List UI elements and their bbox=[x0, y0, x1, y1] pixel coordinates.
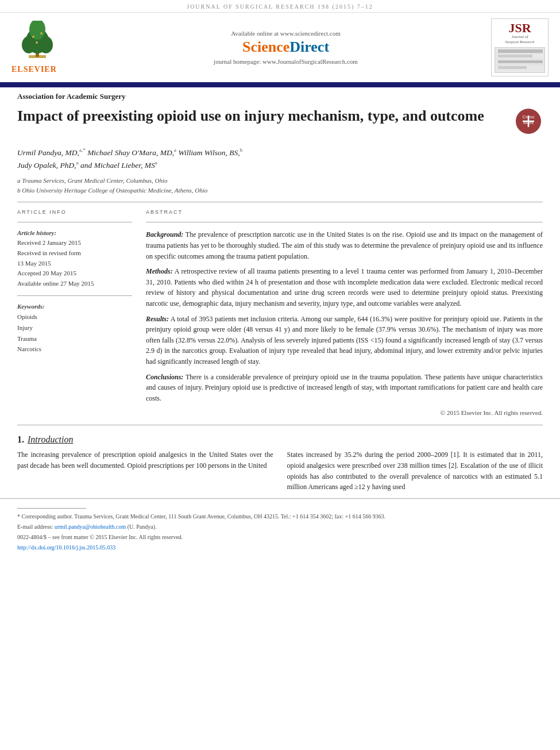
conclusions-text: There is a considerable prevalence of pr… bbox=[146, 373, 543, 402]
abstract-results: Results: A total of 3953 patients met in… bbox=[146, 314, 543, 367]
svg-point-6 bbox=[32, 36, 34, 38]
article-title: Impact of preexisting opioid use on inju… bbox=[17, 107, 505, 126]
divider-abstract bbox=[146, 222, 543, 222]
divider-article-info bbox=[17, 222, 132, 222]
author-wilson: William Wilson, BS, bbox=[178, 148, 240, 157]
results-text: A total of 3953 patients met inclusion c… bbox=[146, 315, 543, 366]
main-content: Impact of preexisting opioid use on inju… bbox=[0, 107, 560, 449]
revised-date: 13 May 2015 bbox=[17, 259, 132, 269]
article-info-label: ARTICLE INFO bbox=[17, 209, 132, 215]
copyright-line: © 2015 Elsevier Inc. All rights reserved… bbox=[146, 408, 543, 418]
revised-label: Received in revised form bbox=[17, 248, 132, 259]
abstract-text: Background: The prevalence of prescripti… bbox=[146, 229, 543, 418]
journal-bar: JOURNAL OF SURGICAL RESEARCH 198 (2015) … bbox=[0, 0, 560, 13]
jsr-title: JSR bbox=[495, 22, 545, 34]
author-opalek: Judy Opalek, PhD, bbox=[17, 161, 76, 170]
author-lieber-sup: a bbox=[155, 160, 157, 166]
svg-point-3 bbox=[22, 36, 36, 53]
intro-right-text: States increased by 35.2% during the per… bbox=[287, 449, 543, 492]
association-header: Association for Academic Surgery bbox=[0, 87, 560, 101]
svg-rect-15 bbox=[498, 60, 543, 63]
footnote-asterisk: * Corresponding author. Trauma Services,… bbox=[17, 512, 543, 521]
received-date: Received 2 January 2015 bbox=[17, 238, 132, 248]
bottom-two-col: The increasing prevalence of prescriptio… bbox=[0, 449, 560, 492]
jsr-subtitle: Journal ofSurgical Research bbox=[495, 34, 545, 45]
affiliations: a Trauma Services, Grant Medical Center,… bbox=[17, 176, 543, 195]
header-center: Available online at www.sciencedirect.co… bbox=[103, 30, 468, 65]
svg-rect-16 bbox=[498, 66, 527, 69]
introduction-section: 1. Introduction bbox=[17, 434, 543, 449]
footnote-doi: http://dx.doi.org/10.1016/j.jss.2015.05.… bbox=[17, 543, 543, 552]
methods-label: Methods: bbox=[146, 267, 173, 275]
affiliation-b: b Ohio University Heritage College of Os… bbox=[17, 186, 543, 195]
svg-point-8 bbox=[36, 41, 38, 44]
background-label: Background: bbox=[146, 230, 183, 239]
email-note: (U. Pandya). bbox=[128, 524, 157, 530]
email-link[interactable]: urmil.pandya@ohiohealth.com bbox=[55, 524, 126, 530]
abstract-label: ABSTRACT bbox=[146, 209, 543, 215]
available-online-text: Available online at www.sciencedirect.co… bbox=[115, 30, 457, 37]
crossmark: Cross Mark bbox=[514, 107, 543, 138]
results-label: Results: bbox=[146, 315, 169, 323]
keyword-narcotics: Narcotics bbox=[17, 344, 132, 355]
crossmark-icon: Cross Mark bbox=[514, 107, 543, 136]
footer-area: * Corresponding author. Trauma Services,… bbox=[0, 498, 560, 559]
article-info-abstract: ARTICLE INFO Article history: Received 2… bbox=[17, 209, 543, 418]
svg-point-4 bbox=[39, 36, 53, 53]
header-left: ELSEVIER bbox=[11, 21, 103, 74]
footnote-license: 0022-4804/$ – see front matter © 2015 El… bbox=[17, 533, 543, 541]
methods-text: A retrospective review of all trauma pat… bbox=[146, 267, 543, 307]
keyword-opioids: Opioids bbox=[17, 311, 132, 322]
email-label: E-mail address: bbox=[17, 524, 53, 530]
author-lieber: and Michael Lieber, MS bbox=[80, 161, 155, 170]
author-omara: Michael Shay O'Mara, MD, bbox=[87, 148, 174, 157]
history-label: Article history: bbox=[17, 229, 132, 236]
authors: Urmil Pandya, MD,a,* Michael Shay O'Mara… bbox=[17, 146, 543, 171]
author-omara-sup: a bbox=[174, 147, 176, 153]
intro-number: 1. bbox=[17, 434, 24, 445]
keyword-trauma: Trauma bbox=[17, 333, 132, 344]
divider-keywords bbox=[17, 295, 132, 296]
intro-right-col: States increased by 35.2% during the per… bbox=[287, 449, 543, 492]
divider-2 bbox=[17, 425, 543, 425]
abstract-methods: Methods: A retrospective review of all t… bbox=[146, 266, 543, 309]
intro-heading: 1. Introduction bbox=[17, 434, 543, 449]
footnote-email: E-mail address: urmil.pandya@ohiohealth.… bbox=[17, 522, 543, 531]
article-title-area: Impact of preexisting opioid use on inju… bbox=[17, 107, 543, 138]
journal-homepage-text: journal homepage: www.JournalofSurgicalR… bbox=[115, 58, 457, 65]
svg-rect-14 bbox=[498, 55, 532, 57]
association-name: Association for Academic Surgery bbox=[17, 92, 126, 101]
header-area: ELSEVIER Available online at www.science… bbox=[0, 13, 560, 84]
available-online: Available online 27 May 2015 bbox=[17, 279, 132, 289]
sciencedirect-logo: ScienceDirect bbox=[115, 39, 457, 56]
author-pandya: Urmil Pandya, MD, bbox=[17, 148, 79, 157]
intro-left-col: The increasing prevalence of prescriptio… bbox=[17, 449, 273, 492]
divider-1 bbox=[17, 202, 543, 202]
license-text: 0022-4804/$ – see front matter © 2015 El… bbox=[17, 534, 183, 540]
abstract-background: Background: The prevalence of prescripti… bbox=[146, 229, 543, 261]
abstract-column: ABSTRACT Background: The prevalence of p… bbox=[146, 209, 543, 418]
article-info-column: ARTICLE INFO Article history: Received 2… bbox=[17, 209, 132, 418]
abstract-conclusions: Conclusions: There is a considerable pre… bbox=[146, 372, 543, 404]
intro-title: Introduction bbox=[28, 434, 73, 445]
accepted-date: Accepted 20 May 2015 bbox=[17, 268, 132, 279]
svg-point-7 bbox=[40, 32, 43, 34]
author-opalek-sup: a bbox=[76, 160, 79, 166]
jsr-cover-image bbox=[495, 47, 545, 73]
author-wilson-sup: b bbox=[240, 147, 243, 153]
elsevier-logo: ELSEVIER bbox=[11, 21, 103, 74]
journal-bar-text: JOURNAL OF SURGICAL RESEARCH 198 (2015) … bbox=[187, 3, 373, 10]
keywords-label: Keywords: bbox=[17, 303, 132, 310]
footnote-divider bbox=[17, 508, 86, 509]
background-text: The prevalence of prescription narcotic … bbox=[146, 230, 543, 260]
conclusions-label: Conclusions: bbox=[146, 373, 183, 381]
author-pandya-sup: a,* bbox=[79, 147, 86, 153]
header-right: JSR Journal ofSurgical Research bbox=[468, 18, 549, 76]
jsr-logo: JSR Journal ofSurgical Research bbox=[491, 18, 549, 76]
doi-link[interactable]: http://dx.doi.org/10.1016/j.jss.2015.05.… bbox=[17, 544, 115, 551]
elsevier-wordmark: ELSEVIER bbox=[11, 65, 57, 74]
footnote-asterisk-text: * Corresponding author. Trauma Services,… bbox=[17, 513, 385, 520]
elsevier-tree-icon bbox=[11, 21, 63, 64]
svg-rect-13 bbox=[498, 49, 543, 53]
keyword-injury: Injury bbox=[17, 322, 132, 333]
